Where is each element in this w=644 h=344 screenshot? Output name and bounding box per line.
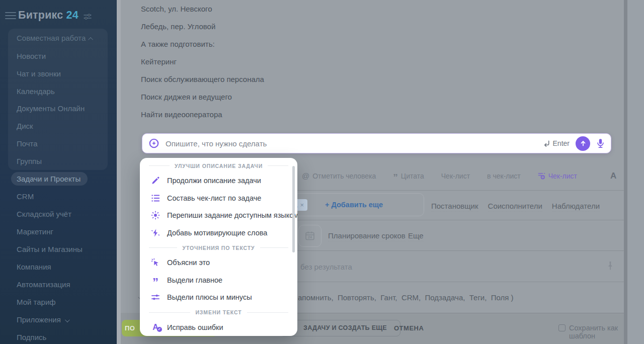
role-links: Постановщик Соисполнители Наблюдатели bbox=[431, 202, 600, 212]
menu-item-fix-errors[interactable]: A✓ Исправь ошибки bbox=[140, 319, 297, 336]
sidebar-item-automation[interactable]: Автоматизация bbox=[17, 280, 70, 289]
svg-text:24: 24 bbox=[308, 235, 312, 239]
menu-section-header: УЛУЧШИ ОПИСАНИЕ ЗАДАЧИ bbox=[140, 159, 297, 172]
sidebar-item-sites[interactable]: Сайты и Магазины bbox=[17, 245, 83, 253]
schedule-planning-link[interactable]: Планирование сроков bbox=[328, 231, 406, 241]
sidebar-item-crm[interactable]: CRM bbox=[17, 192, 34, 201]
menu-item-continue-description[interactable]: Продолжи описание задачи bbox=[140, 172, 297, 190]
quote-icon: ” bbox=[393, 175, 398, 180]
send-prompt-button[interactable] bbox=[576, 136, 590, 151]
task-description-line: Поиск обслуживающего персонала bbox=[141, 75, 264, 83]
arrow-up-icon bbox=[580, 140, 587, 147]
sidebar-item-tasks-active[interactable]: Задачи и Проекты bbox=[11, 172, 88, 186]
sidebar-item-mail[interactable]: Почта bbox=[17, 139, 38, 148]
save-template-label[interactable]: Сохранить как шаблон bbox=[569, 324, 644, 340]
remove-tag-icon[interactable]: × bbox=[300, 201, 304, 209]
sidebar-item-chat[interactable]: Чат и звонки bbox=[17, 69, 61, 78]
menu-section-header: ИЗМЕНИ ТЕКСТ bbox=[140, 306, 297, 319]
cursor-click-icon bbox=[150, 257, 160, 268]
sidebar-item-documents[interactable]: Документы Онлайн bbox=[17, 104, 85, 113]
deadline-date-button[interactable]: 24 bbox=[298, 225, 321, 247]
chevron-up-icon bbox=[88, 37, 93, 42]
logo-24: 24 bbox=[66, 9, 78, 21]
sidebar-item-inventory[interactable]: Складской учёт bbox=[17, 210, 71, 218]
editor-toolbar: @Отметить человека ”Цитата Чек-лист в че… bbox=[302, 171, 577, 180]
page-overlay-gap bbox=[627, 0, 644, 344]
at-icon: @ bbox=[302, 171, 309, 180]
create-and-add-more-button[interactable]: ЗАДАЧУ И СОЗДАТЬ ЕЩЕ bbox=[280, 320, 400, 336]
bolt-icon bbox=[150, 228, 160, 238]
menu-section-header: УТОЧНЕНИЯ ПО ТЕКСТУ bbox=[140, 241, 297, 254]
menu-settings-icon[interactable] bbox=[84, 14, 92, 20]
enter-hint[interactable]: Enter bbox=[543, 139, 570, 147]
menu-item-add-motivation[interactable]: Добавь мотивирующие слова bbox=[140, 224, 297, 242]
result-placeholder[interactable]: без результата bbox=[300, 263, 352, 271]
menu-burger-icon[interactable] bbox=[5, 12, 16, 19]
observers-link[interactable]: Наблюдатели bbox=[552, 202, 600, 212]
checklist-button[interactable]: Чек-лист bbox=[441, 172, 470, 180]
task-description-line: Scotch, ул. Невского bbox=[141, 5, 212, 13]
sidebar-item-plan[interactable]: Мой тариф bbox=[17, 298, 56, 306]
checklist-add-button[interactable]: Чек-лист bbox=[538, 172, 577, 180]
into-checklist-button[interactable]: в чек-лист bbox=[487, 172, 521, 180]
panel-scrollbar[interactable] bbox=[624, 0, 627, 344]
spellcheck-icon: A✓ bbox=[150, 322, 160, 332]
save-template-checkbox[interactable] bbox=[558, 324, 566, 331]
pin-icon[interactable] bbox=[606, 261, 614, 271]
font-settings-button[interactable]: A bbox=[610, 171, 616, 181]
calendar-icon: 24 bbox=[304, 230, 315, 241]
checklist-icon bbox=[150, 193, 160, 203]
deadline-more-link[interactable]: Еще bbox=[408, 231, 424, 241]
quote-button[interactable]: ”Цитата bbox=[393, 172, 424, 180]
sliders-icon bbox=[150, 292, 160, 302]
sidebar-item-marketing[interactable]: Маркетинг bbox=[17, 227, 53, 236]
brightness-icon bbox=[150, 210, 160, 220]
chevron-down-icon bbox=[65, 317, 70, 322]
return-icon bbox=[543, 140, 550, 147]
add-assignee-button[interactable]: + Добавить еще bbox=[325, 201, 383, 209]
task-description-line: Лебедь, пер. Угловой bbox=[141, 22, 215, 31]
sidebar-group-card bbox=[8, 29, 108, 170]
sidebar-item-calendar[interactable]: Календарь bbox=[17, 87, 55, 96]
pen-icon bbox=[150, 176, 160, 186]
menu-item-highlight-main[interactable]: ” Выдели главное bbox=[140, 272, 297, 289]
menu-scrollbar[interactable] bbox=[292, 166, 295, 252]
checklist-add-icon bbox=[538, 172, 545, 180]
sidebar-item-disk[interactable]: Диск bbox=[17, 122, 33, 130]
additional-options-row[interactable]: апомнить, Повторять, Гант, CRM, Подзадач… bbox=[298, 293, 514, 302]
task-description-line: Найти видеооператора bbox=[141, 110, 222, 119]
originator-link[interactable]: Постановщик bbox=[431, 202, 478, 212]
mention-person-button[interactable]: @Отметить человека bbox=[302, 171, 376, 180]
sidebar-item-apps[interactable]: Приложения bbox=[17, 315, 68, 324]
copilot-menu: УЛУЧШИ ОПИСАНИЕ ЗАДАЧИ Продолжи описание… bbox=[140, 158, 297, 336]
panel-edge bbox=[117, 0, 121, 344]
sidebar-item-company[interactable]: Компания bbox=[17, 263, 51, 271]
sidebar-item-groups[interactable]: Группы bbox=[17, 157, 42, 165]
menu-item-simplify-text[interactable]: Перепиши задание доступным языком bbox=[140, 207, 297, 224]
app-logo: Битрикс 24 bbox=[18, 9, 78, 22]
menu-item-pros-cons[interactable]: Выдели плюсы и минусы bbox=[140, 289, 297, 306]
task-description-line: Поиск диджея и ведущего bbox=[141, 93, 232, 101]
sidebar-item-news[interactable]: Новости bbox=[17, 52, 46, 60]
sidebar: Битрикс 24 Совместная работа Новости Чат… bbox=[0, 0, 117, 344]
copilot-prompt-input[interactable]: Опишите, что нужно сделать bbox=[166, 139, 543, 148]
menu-item-explain-this[interactable]: Объясни это bbox=[140, 254, 297, 272]
task-description-line: А также подготовить: bbox=[141, 40, 215, 48]
copilot-input-bar[interactable]: Опишите, что нужно сделать Enter bbox=[142, 133, 611, 153]
cancel-button[interactable]: ОТМЕНА bbox=[394, 324, 424, 332]
sidebar-group-header[interactable]: Совместная работа bbox=[17, 34, 93, 42]
co-executors-link[interactable]: Соисполнители bbox=[488, 202, 542, 212]
task-description-line: Кейтеринг bbox=[141, 57, 177, 66]
microphone-icon[interactable] bbox=[596, 138, 605, 148]
quote-icon: ” bbox=[150, 278, 160, 288]
menu-item-make-checklist[interactable]: Составь чек-лист по задаче bbox=[140, 190, 297, 207]
sidebar-item-signature[interactable]: Подпись bbox=[17, 333, 46, 341]
copilot-icon bbox=[148, 138, 159, 149]
